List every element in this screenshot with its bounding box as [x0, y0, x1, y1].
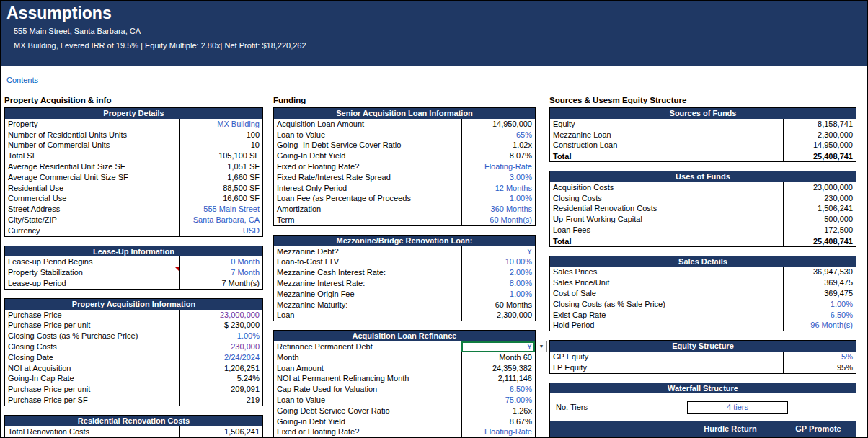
cell-value[interactable]: 6.50%: [461, 384, 535, 395]
cell-value[interactable]: 105,100 SF: [179, 151, 262, 161]
cell-value[interactable]: 8.00%: [461, 278, 535, 289]
cell-value[interactable]: 14,950,000: [783, 140, 856, 151]
cell-value[interactable]: Month 60: [461, 352, 535, 363]
cell-value[interactable]: 65%: [461, 130, 535, 140]
cell-value[interactable]: Santa Barbara, CA: [179, 215, 262, 225]
cell-value[interactable]: 2/24/2024: [179, 352, 262, 363]
row-label: Going-in Debt Yield: [274, 416, 461, 427]
cell-value[interactable]: 88,500 SF: [179, 183, 262, 194]
cell-value[interactable]: $ 230,000: [179, 320, 262, 331]
cell-value[interactable]: 2,300,000: [461, 310, 535, 321]
row-label: Total: [550, 236, 783, 246]
cell-value[interactable]: 96 Month(s): [783, 320, 856, 331]
cell-value[interactable]: 209,091: [179, 384, 262, 395]
cell-value[interactable]: 2,111,146: [461, 373, 535, 384]
cell-value[interactable]: 100: [179, 130, 262, 140]
cell-value[interactable]: 23,000,000: [783, 182, 856, 193]
cell-value[interactable]: 1,051 SF: [179, 161, 262, 172]
cell-value[interactable]: 7 Month(s): [179, 278, 262, 289]
table-mezzanine-bridge-renovation-loan: Mezzanine/Bridge Renovation Loan:Mezzani…: [273, 235, 536, 321]
cell-value[interactable]: 16,600 SF: [179, 193, 262, 204]
cell-value[interactable]: 3.00%: [461, 172, 535, 183]
cell-value[interactable]: 75.00%: [461, 395, 535, 406]
table-header-mezzanine-bridge-renovation-loan: Mezzanine/Bridge Renovation Loan:: [274, 236, 535, 246]
table-row: Acquisition Loan Amount14,950,000: [274, 119, 535, 130]
cell-value[interactable]: Floating-Rate: [461, 426, 535, 437]
table-row: Going-in Debt Yield8.67%: [274, 416, 535, 427]
table-row: Closing Costs230,000: [5, 341, 262, 352]
cell-value[interactable]: 1.00%: [461, 193, 535, 204]
cell-value[interactable]: 1.02x: [461, 140, 535, 151]
cell-value[interactable]: Y: [461, 246, 535, 257]
cell-value[interactable]: 12 Months: [461, 183, 535, 194]
no-tiers-value-cell[interactable]: 4 tiers: [687, 401, 788, 414]
table-row: Going Debt Service Cover Ratio1.26x: [274, 406, 535, 416]
cell-value[interactable]: 25,408,741: [783, 236, 856, 246]
cell-value[interactable]: 5.24%: [179, 373, 262, 384]
cell-value[interactable]: 369,475: [783, 277, 856, 288]
row-label: Hold Period: [550, 320, 783, 331]
property-address-subtitle: 555 Main Street, Santa Barbara, CA: [1, 27, 867, 35]
table-row: City/State/ZIPSanta Barbara, CA: [5, 215, 262, 225]
table-senior-acquisition-loan-information: Senior Acquisition Loan InformationAcqui…: [273, 107, 536, 226]
row-label: Mezzanine Maturity:: [274, 300, 461, 310]
row-label: Exist Cap Rate: [550, 310, 783, 321]
cell-value[interactable]: 1.26x: [461, 406, 535, 416]
cell-value[interactable]: 2,300,000: [783, 130, 856, 140]
cell-value[interactable]: 2.00%: [461, 267, 535, 278]
cell-value[interactable]: Y▼: [461, 341, 535, 352]
cell-value[interactable]: 369,475: [783, 288, 856, 299]
column-property-acquisition-info: Property Acquisition & info Property Det…: [4, 96, 263, 438]
cell-value[interactable]: 8.07%: [461, 151, 535, 161]
cell-value[interactable]: 14,950,000: [461, 119, 535, 130]
row-label: Total: [550, 151, 783, 161]
cell-value[interactable]: 25,408,741: [783, 151, 856, 161]
cell-value[interactable]: 7 Month: [179, 267, 262, 278]
row-label: Street Address: [5, 204, 179, 215]
row-label: Going-In Debt Yield: [274, 151, 461, 161]
cell-value[interactable]: 10.00%: [461, 256, 535, 267]
cell-value[interactable]: 1.00%: [179, 331, 262, 341]
table-row: Up-Front Working Capital500,000: [550, 214, 856, 225]
row-label: Loan Fee (as Percentage of Proceeds: [274, 193, 461, 204]
cell-value[interactable]: 1,506,241: [783, 203, 856, 214]
table-row: Term60 Month(s): [274, 215, 535, 225]
cell-value[interactable]: 1.00%: [461, 289, 535, 300]
cell-value[interactable]: 230,000: [783, 193, 856, 204]
table-row: Commercial Use16,600 SF: [5, 193, 262, 204]
cell-value[interactable]: 360 Months: [461, 204, 535, 215]
table-row: Construction Loan14,950,000: [550, 140, 856, 151]
cell-value[interactable]: 24,359,382: [461, 363, 535, 374]
contents-link[interactable]: Contents: [6, 76, 38, 84]
cell-value[interactable]: 6.50%: [783, 310, 856, 321]
cell-value[interactable]: 8.67%: [461, 416, 535, 427]
cell-value[interactable]: 1,506,241: [179, 426, 262, 437]
cell-value[interactable]: 36,947,530: [783, 267, 856, 277]
cell-value[interactable]: 8,158,741: [783, 119, 856, 130]
dropdown-arrow-icon[interactable]: ▼: [536, 341, 547, 352]
cell-value[interactable]: 1,206,251: [179, 363, 262, 374]
cell-value[interactable]: 60 Months: [461, 300, 535, 310]
cell-value[interactable]: 95%: [783, 362, 856, 373]
cell-value[interactable]: 555 Main Street: [179, 204, 262, 215]
row-label: Equity: [550, 119, 783, 130]
row-label: Sales Prices: [550, 267, 783, 277]
cell-value[interactable]: Floating-Rate: [461, 161, 535, 172]
table-waterfall-structure: Waterfall StructureNo. Tiers4 tiersHurdl…: [549, 383, 856, 438]
cell-value[interactable]: 10: [179, 140, 262, 151]
cell-value[interactable]: 1.00%: [783, 299, 856, 310]
row-label: LP Equity: [550, 362, 783, 373]
cell-value[interactable]: MX Building: [179, 119, 262, 130]
cell-value[interactable]: 1,660 SF: [179, 172, 262, 183]
cell-value[interactable]: 500,000: [783, 214, 856, 225]
cell-value[interactable]: 230,000: [179, 341, 262, 352]
cell-value[interactable]: USD: [179, 225, 262, 236]
cell-value[interactable]: 60 Month(s): [461, 215, 535, 225]
cell-value[interactable]: 0 Month: [179, 256, 262, 267]
cell-value[interactable]: 172,500: [783, 225, 856, 236]
cell-value[interactable]: 23,000,000: [179, 310, 262, 321]
cell-value[interactable]: 219: [179, 395, 262, 406]
cell-value[interactable]: 5%: [783, 352, 856, 362]
row-label: Acquisition Loan Amount: [274, 119, 461, 130]
table-header-property-acquisition-information: Property Acquisition Information: [5, 299, 262, 310]
